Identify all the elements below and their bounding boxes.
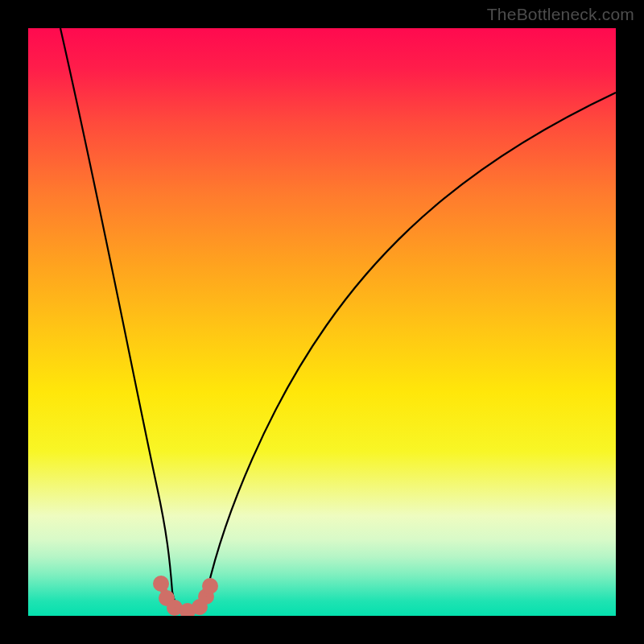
valley-marker-series: [157, 580, 215, 616]
svg-point-3: [184, 607, 192, 616]
curves-svg: [28, 28, 616, 616]
plot-area: [28, 28, 616, 616]
svg-point-2: [171, 604, 180, 613]
chart-frame: TheBottleneck.com: [0, 0, 644, 644]
svg-point-0: [157, 580, 166, 588]
watermark-text: TheBottleneck.com: [487, 5, 634, 24]
svg-point-4: [196, 603, 204, 612]
curve-right-arm: [207, 93, 616, 592]
svg-point-6: [206, 582, 215, 591]
svg-point-1: [163, 594, 171, 603]
curve-left-arm: [60, 28, 172, 592]
